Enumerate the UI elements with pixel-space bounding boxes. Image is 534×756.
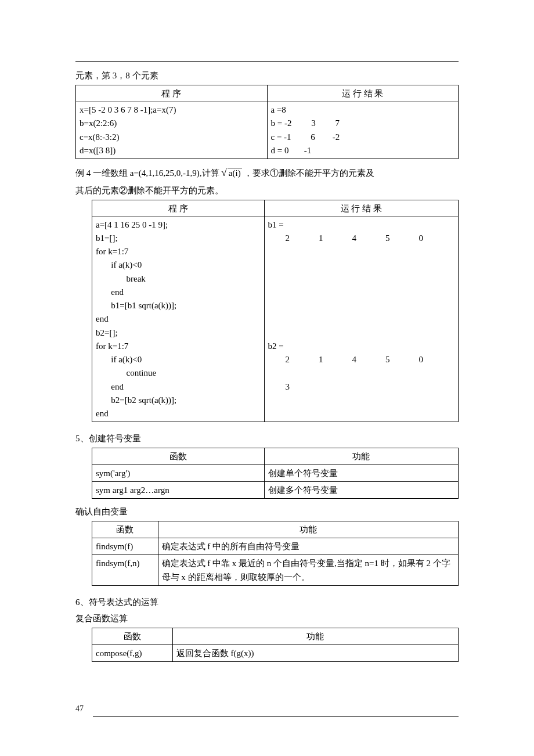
top-rule — [75, 61, 459, 62]
table-cell: 确定表达式 f 中的所有自由符号变量 — [158, 538, 458, 555]
sqrt-expr: √a(i) — [221, 168, 241, 178]
table-header: 程 序 — [92, 200, 265, 217]
table-header: 运 行 结 果 — [267, 85, 459, 102]
table-header: 程 序 — [76, 85, 268, 102]
b2-label: b2 = — [268, 341, 284, 351]
table-header: 运 行 结 果 — [264, 200, 458, 217]
table-1: 程 序 运 行 结 果 x=[5 -2 0 3 6 7 8 -1];a=x(7)… — [75, 85, 459, 159]
table-cell: findsym(f) — [92, 538, 158, 555]
code-cell: a=[4 1 16 25 0 -1 9]; b1=[]; for k=1:7 i… — [92, 217, 265, 422]
result-cell: b1 = 21450 b2 = 21450 3 — [264, 217, 458, 422]
table-cell: 创建单个符号变量 — [264, 465, 458, 482]
table-header: 功能 — [158, 521, 458, 538]
footer-rule — [93, 716, 459, 717]
result-cell: a =8 b = -2 3 7 c = -1 6 -2 d = 0 -1 — [267, 102, 459, 159]
top-line: 元素，第 3，8 个元素 — [75, 69, 459, 82]
radicand: a(i) — [228, 168, 242, 178]
table-header: 功能 — [264, 448, 458, 465]
composite-title: 复合函数运算 — [75, 611, 459, 625]
ex4-post: ，要求①删除不能开平方的元素及 — [244, 168, 374, 178]
table-3: 函数 功能 sym('arg') 创建单个符号变量 sym arg1 arg2…… — [92, 448, 459, 499]
page-footer: 47 — [75, 703, 459, 716]
table-5: 函数 功能 compose(f,g) 返回复合函数 f(g(x)) — [92, 628, 459, 662]
code-cell: x=[5 -2 0 3 6 7 8 -1];a=x(7) b=x(2:2:6) … — [76, 102, 268, 159]
table-cell: sym('arg') — [92, 465, 265, 482]
section-5-title: 5、创建符号变量 — [75, 431, 459, 445]
table-header: 功能 — [172, 628, 458, 645]
b2-values-2: 3 — [268, 380, 454, 394]
table-cell: 返回复合函数 f(g(x)) — [172, 645, 458, 662]
table-header: 函数 — [92, 628, 173, 645]
table-header: 函数 — [92, 448, 265, 465]
page-number: 47 — [75, 704, 84, 713]
free-var-title: 确认自由变量 — [75, 505, 459, 519]
table-cell: compose(f,g) — [92, 645, 173, 662]
b2-values-1: 21450 — [268, 353, 454, 366]
b1-label: b1 = — [268, 220, 284, 229]
table-cell: 创建多个符号变量 — [264, 482, 458, 499]
example4-line2: 其后的元素②删除不能开平方的元素。 — [75, 183, 459, 197]
b1-values: 21450 — [268, 232, 454, 245]
example4-line1: 例 4 一维数组 a=(4,1,16,25,0,-1,9),计算 √a(i) ，… — [75, 165, 459, 181]
table-cell: findsym(f,n) — [92, 555, 158, 586]
table-cell: sym arg1 arg2…argn — [92, 482, 265, 499]
section-6-title: 6、符号表达式的运算 — [75, 595, 459, 609]
ex4-pre: 例 4 一维数组 a=(4,1,16,25,0,-1,9),计算 — [75, 168, 219, 178]
table-4: 函数 功能 findsym(f) 确定表达式 f 中的所有自由符号变量 find… — [92, 521, 459, 586]
table-cell: 确定表达式 f 中靠 x 最近的 n 个自由符号变量,当指定 n=1 时，如果有… — [158, 555, 458, 586]
table-2: 程 序 运 行 结 果 a=[4 1 16 25 0 -1 9]; b1=[];… — [92, 200, 459, 423]
table-header: 函数 — [92, 521, 158, 538]
